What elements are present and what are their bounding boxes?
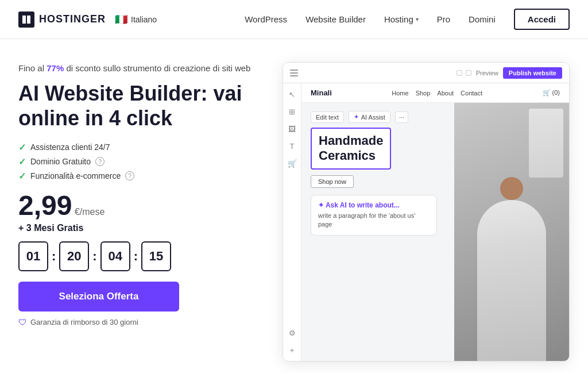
site-image-area xyxy=(454,103,569,361)
window-buttons xyxy=(457,70,471,76)
price-block: 2,99 €/mese xyxy=(18,192,260,220)
svg-rect-1 xyxy=(27,16,30,24)
countdown-minutes-box: 04 xyxy=(100,241,130,271)
nav-website-builder[interactable]: Website Builder xyxy=(305,14,366,24)
logo-icon xyxy=(18,11,34,28)
more-options-button[interactable]: ··· xyxy=(395,111,408,123)
tool-sidebar: ↖ ⊞ 🖼 T 🛒 ⚙ + xyxy=(283,83,301,361)
ai-assist-button[interactable]: ✦ AI Assist xyxy=(349,111,390,123)
browser-bar: Preview Publish website xyxy=(283,63,569,83)
plus-icon[interactable]: + xyxy=(287,345,297,355)
site-logo: Minali xyxy=(311,89,332,97)
site-navbar: Minali Home Shop About Contact 🛒 (0) xyxy=(301,83,569,103)
settings-icon[interactable]: ⚙ xyxy=(287,328,297,338)
background-objects xyxy=(529,109,563,178)
edit-text-button[interactable]: Edit text xyxy=(311,111,344,123)
main-content: Fino al 77% di sconto sullo strumento di… xyxy=(0,39,588,373)
person-image xyxy=(454,103,569,361)
feature-3: ✓ Funzionalità e-commerce ? xyxy=(18,171,260,182)
chevron-down-icon: ▾ xyxy=(416,16,419,22)
site-main-content: Edit text ✦ AI Assist ··· Handmad xyxy=(301,103,454,361)
info-icon[interactable]: ? xyxy=(95,157,105,166)
site-nav-links: Home Shop About Contact xyxy=(392,90,482,97)
discount-suffix: di sconto sullo strumento di creazione d… xyxy=(64,63,250,73)
countdown-minutes: 04 xyxy=(100,241,130,271)
browser-bar-right: Preview Publish website xyxy=(457,67,562,79)
countdown-separator: : xyxy=(134,249,138,264)
shop-now-button[interactable]: Shop now xyxy=(311,175,354,188)
text-icon[interactable]: T xyxy=(287,141,297,151)
nav-domini[interactable]: Domini xyxy=(469,14,496,24)
svg-rect-0 xyxy=(22,16,26,24)
countdown-hours-box: 20 xyxy=(59,241,89,271)
info-icon[interactable]: ? xyxy=(125,171,134,180)
nav-wordpress[interactable]: WordPress xyxy=(245,14,287,24)
person-body xyxy=(477,200,546,361)
feature-2: ✓ Dominio Gratuito ? xyxy=(18,156,260,167)
countdown-timer: 01 : 20 : 04 : 15 xyxy=(18,241,260,271)
discount-prefix: Fino al xyxy=(18,63,47,73)
check-icon: ✓ xyxy=(18,142,26,153)
price-value: 2,99 xyxy=(18,190,72,221)
discount-text: Fino al 77% di sconto sullo strumento di… xyxy=(18,62,260,75)
ai-chat-text: write a paragraph for the 'about us' pag… xyxy=(318,212,430,229)
discount-percentage: 77% xyxy=(47,63,64,73)
browser-mockup: Preview Publish website ↖ ⊞ 🖼 T 🛒 ⚙ + xyxy=(283,62,570,362)
right-column: Preview Publish website ↖ ⊞ 🖼 T 🛒 ⚙ + xyxy=(283,62,570,362)
accedi-button[interactable]: Accedi xyxy=(514,9,570,30)
countdown-hours: 20 xyxy=(59,241,89,271)
guarantee-text: 🛡 Garanzia di rimborso di 30 giorni xyxy=(18,317,260,327)
countdown-seconds: 15 xyxy=(141,241,171,271)
navbar: HOSTINGER 🇮🇹 Italiano WordPress Website … xyxy=(0,0,588,39)
site-nav-home: Home xyxy=(392,90,408,97)
lang-label: Italiano xyxy=(131,15,157,24)
navbar-left: HOSTINGER 🇮🇹 Italiano xyxy=(18,11,157,28)
site-nav-shop: Shop xyxy=(416,90,431,97)
logo[interactable]: HOSTINGER xyxy=(18,11,106,28)
hamburger-icon[interactable] xyxy=(290,70,298,76)
select-offer-button[interactable]: Seleziona Offerta xyxy=(18,282,179,312)
shop-icon[interactable]: 🛒 xyxy=(287,158,297,168)
ai-star-icon: ✦ xyxy=(354,113,359,121)
ai-chat-prompt[interactable]: ✦ Ask AI to write about... xyxy=(318,201,430,209)
countdown-separator: : xyxy=(52,249,56,264)
price-bonus: + 3 Mesi Gratis xyxy=(18,223,260,233)
hero-title: AI Website Builder: vai online in 4 clic… xyxy=(18,81,260,130)
shield-icon: 🛡 xyxy=(18,317,27,327)
heading-selected-box[interactable]: Handmade Ceramics xyxy=(311,128,391,170)
layout-icon[interactable]: ⊞ xyxy=(287,106,297,117)
countdown-seconds-box: 15 xyxy=(141,241,171,271)
site-nav-contact: Contact xyxy=(461,90,482,97)
check-icon: ✓ xyxy=(18,156,26,167)
features-list: ✓ Assistenza clienti 24/7 ✓ Dominio Grat… xyxy=(18,142,260,182)
nav-hosting[interactable]: Hosting ▾ xyxy=(384,14,419,24)
countdown-days-box: 01 xyxy=(18,241,48,271)
flag-icon: 🇮🇹 xyxy=(115,13,127,26)
cursor-icon[interactable]: ↖ xyxy=(287,89,297,99)
nav-pro[interactable]: Pro xyxy=(437,14,450,24)
publish-button[interactable]: Publish website xyxy=(503,67,562,79)
image-icon[interactable]: 🖼 xyxy=(287,124,297,134)
browser-content: ↖ ⊞ 🖼 T 🛒 ⚙ + Minali Home xyxy=(283,83,569,361)
main-nav: WordPress Website Builder Hosting ▾ Pro … xyxy=(245,9,570,30)
person-head xyxy=(500,177,523,200)
feature-1: ✓ Assistenza clienti 24/7 xyxy=(18,142,260,153)
language-selector[interactable]: 🇮🇹 Italiano xyxy=(115,13,157,26)
site-heading: Handmade Ceramics xyxy=(319,133,383,164)
brand-name: HOSTINGER xyxy=(39,13,106,25)
price-currency: €/mese xyxy=(75,207,105,217)
countdown-days: 01 xyxy=(18,241,48,271)
preview-label[interactable]: Preview xyxy=(476,70,498,76)
site-cart: 🛒 (0) xyxy=(543,89,560,97)
site-nav-about: About xyxy=(437,90,454,97)
check-icon: ✓ xyxy=(18,171,26,182)
site-body: Edit text ✦ AI Assist ··· Handmad xyxy=(301,103,569,361)
browser-bar-left xyxy=(290,70,298,76)
countdown-separator: : xyxy=(92,249,96,264)
edit-toolbar: Edit text ✦ AI Assist ··· xyxy=(311,111,445,123)
ai-chat-box: ✦ Ask AI to write about... write a parag… xyxy=(311,195,437,236)
person-figure xyxy=(477,200,546,361)
window-btn-1 xyxy=(457,70,462,76)
left-column: Fino al 77% di sconto sullo strumento di… xyxy=(18,62,260,362)
window-btn-2 xyxy=(466,70,471,76)
